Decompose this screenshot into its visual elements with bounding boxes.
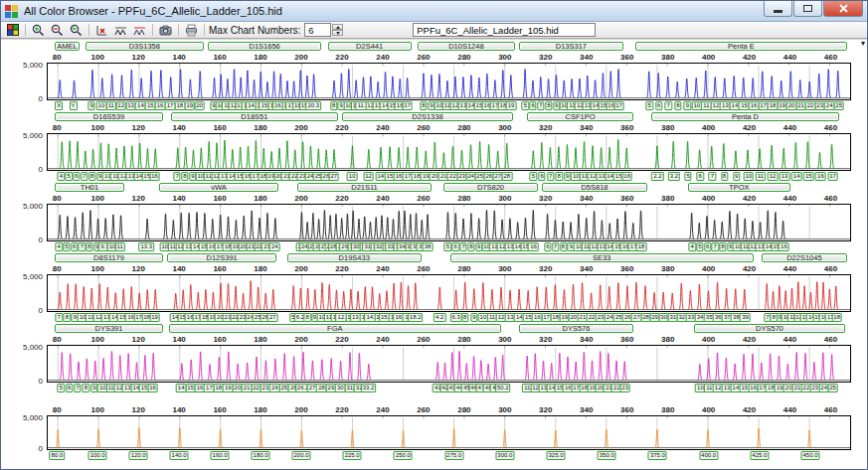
allele-box: 225.0 [343,451,362,460]
allele-box: 27 [328,172,339,181]
axis-tick-label: 240 [376,264,389,273]
close-button[interactable] [823,1,863,17]
app-icon [5,4,19,18]
trace-blue [58,69,840,97]
axis-tick-label: 340 [580,335,593,344]
marker-header-row: AMELD3S1358D1S1656D2S441D10S1248D13S317P… [47,42,851,53]
allele-label-row: 4567899.3101113.310111213141516171819202… [47,241,851,253]
max-chart-numbers-value[interactable]: 6 [304,23,331,37]
axis-tick-label: 440 [783,53,796,62]
toolbar-separator [204,24,205,36]
maximize-icon [803,5,812,12]
y-axis-zero-label: 0 [5,165,43,174]
chart-plot-blue[interactable] [47,63,851,100]
allele-box: 14 [791,172,802,181]
axis-tick-label: 400 [702,264,715,273]
toolbar-separator [178,24,179,36]
allele-box: 325.0 [547,451,566,460]
allele-box: 300.0 [495,451,514,460]
show-peak-sizes-button[interactable] [112,22,129,38]
axis-tick-label: 180 [254,123,266,132]
allele-box: 8 [560,242,567,251]
allele-label-row: XY910111213141516171819209101112131414.3… [47,100,851,112]
x-axis-labels: 8010012014016018020022024026028030032034… [47,194,851,204]
spin-down-button[interactable] [332,30,343,36]
axis-tick-label: 420 [743,405,756,414]
zoom-in-button[interactable] [30,22,47,38]
allele-box: 7 [459,242,466,251]
allele-box: 120.0 [129,451,148,460]
trace-black [58,210,785,238]
allele-box: 9 [470,313,477,322]
x-axis-labels: 8010012014016018020022024026028030032034… [47,335,851,345]
axis-tick-label: 140 [172,123,185,132]
marker-header-row: D8S1179D12S391D19S433SE33D22S1045 [47,253,851,264]
allele-box: 18.2 [408,313,424,322]
toolbar-separator [88,24,89,36]
marker-box: D13S317 [519,42,622,51]
max-chart-numbers-label: Max Chart Numbers: [209,25,300,36]
chart-plot-magenta[interactable] [47,345,851,383]
allele-box: 39 [740,313,751,322]
allele-box: 6 [655,101,662,110]
maximize-button[interactable] [793,1,822,17]
all-color-browser-window: All Color Browser - PPFu_6C_Allelic_Ladd… [0,0,868,470]
show-peak-sizes-icon [114,24,127,37]
marker-box: D1S1656 [208,42,322,51]
x-axis-labels: 8010012014016018020022024026028030032034… [47,264,851,274]
axis-tick-label: 200 [294,194,307,203]
axis-tick-label: 120 [131,335,144,344]
chart-plot-green[interactable] [47,133,851,171]
allele-box: 8 [721,172,728,181]
allele-box: 13.3 [139,242,155,251]
axis-tick-label: 260 [417,53,430,62]
allele-box: 11 [756,172,766,181]
allele-box: 5 [66,172,73,181]
marker-box: FGA [169,324,501,333]
chart-plot-red[interactable] [47,274,851,312]
zoom-out-button[interactable] [49,22,66,38]
toolbar-separator [25,24,26,36]
zoom-plot-button[interactable] [68,22,85,38]
allele-box: 200.0 [292,451,311,460]
color-browser-button[interactable] [4,22,21,38]
chart-plot-orange[interactable] [47,415,851,450]
allele-box: 18 [636,242,647,251]
chart-wrapper: 5,0000 [47,63,851,100]
camera-button[interactable] [157,22,174,38]
show-peak-alleles-button[interactable] [131,22,148,38]
chart-plot-black[interactable] [47,204,851,241]
chart-wrapper: 5,0000 [47,133,851,171]
allele-box: 27 [267,313,278,322]
axis-tick-label: 380 [661,335,674,344]
chart-row: TH01vWAD21S11D7S820D5S818TPOX80100120140… [1,183,867,253]
axis-tick-label: 240 [376,123,389,132]
marker-box: D3S1358 [86,42,204,51]
remove-size-button[interactable] [93,22,110,38]
axis-tick-label: 460 [824,194,837,203]
marker-header-row: TH01vWAD21S11D7S820D5S818TPOX [47,183,851,194]
allele-box: 8 [181,172,188,181]
trace-magenta [60,351,834,380]
title-bar[interactable]: All Color Browser - PPFu_6C_Allelic_Ladd… [1,1,867,22]
print-button[interactable] [183,22,200,38]
marker-box: D19S433 [287,253,422,262]
axis-tick-label: 100 [91,123,104,132]
chart-wrapper: 5,0000 [47,345,851,383]
allele-box: 6.3 [449,313,461,322]
charts-area: ▾ AMELD3S1358D1S1656D2S441D10S1248D13S31… [1,39,867,470]
minimize-button[interactable] [764,1,792,17]
allele-box: 375.0 [648,451,667,460]
allele-box: 6 [452,242,459,251]
allele-box: 8 [86,242,92,251]
axis-tick-label: 160 [213,123,226,132]
allele-box: 5 [684,172,691,181]
zoom-out-icon [51,24,64,37]
y-axis-zero-label: 0 [5,235,43,244]
marker-box: D8S1179 [55,253,163,262]
axis-tick-label: 160 [213,264,226,273]
allele-box: 5 [522,101,529,110]
axis-tick-label: 180 [254,335,266,344]
allele-box: 25 [833,101,844,110]
sample-file-field[interactable] [413,23,596,37]
